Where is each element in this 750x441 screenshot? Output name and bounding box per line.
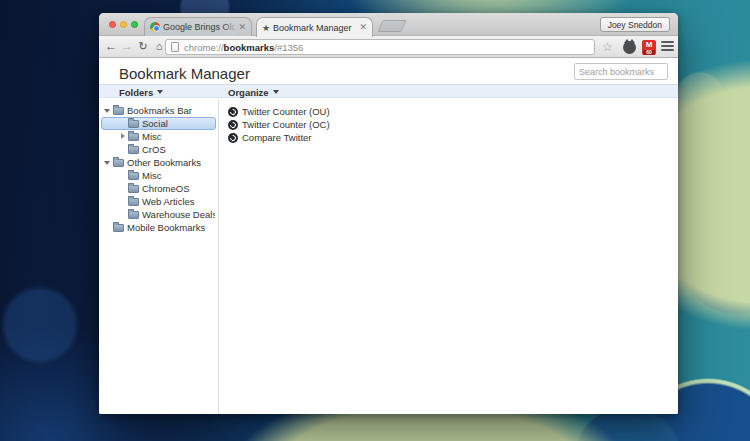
expander-down-icon[interactable] [104,107,111,114]
url-path: /#1356 [274,42,303,53]
folder-icon [128,172,139,180]
list-header-bar: Folders Organize [99,84,678,98]
browser-window: Google Brings Old Bookm ✕ ★ Bookmark Man… [99,13,678,414]
reload-button[interactable]: ↻ [135,38,151,55]
url-host: bookmarks [224,42,275,53]
tree-item-label: Misc [142,131,162,142]
github-extension-icon[interactable] [623,41,636,54]
organize-menu-button[interactable]: Organize [228,86,279,98]
expander-placeholder [119,120,126,127]
tree-item-chromeos[interactable]: ChromeOS [101,182,216,195]
twitter-counter-favicon [228,120,238,130]
folder-icon [113,107,124,115]
tree-item-label: ChromeOS [142,183,190,194]
tab-title: Bookmark Manager [273,23,356,33]
bookmark-title: Compare Twitter [242,132,312,143]
tab-bookmark-manager[interactable]: ★ Bookmark Manager ✕ [256,17,373,37]
chrome-logo-icon [150,22,160,32]
tab-close-icon[interactable]: ✕ [359,23,367,32]
tab-google-brings-old-bookmarks[interactable]: Google Brings Old Bookm ✕ [144,17,252,36]
zoom-window-button[interactable] [131,21,138,28]
folder-tree: Bookmarks Bar Social Misc CrOS [99,99,218,234]
tree-item-label: Web Articles [142,196,195,207]
tree-item-other-bookmarks[interactable]: Other Bookmarks [101,156,216,169]
expander-placeholder [119,172,126,179]
gmail-m-glyph: M [642,41,656,49]
organize-menu-label: Organize [228,87,269,98]
expander-placeholder [119,185,126,192]
expander-down-icon[interactable] [104,159,111,166]
expander-placeholder [119,198,126,205]
gmail-unread-badge: 60 [643,50,655,55]
tree-item-label: Misc [142,170,162,181]
tab-strip: Google Brings Old Bookm ✕ ★ Bookmark Man… [99,13,678,36]
tree-item-label: Bookmarks Bar [127,105,192,116]
minimize-window-button[interactable] [120,21,127,28]
back-button[interactable]: ← [103,38,119,55]
bookmark-star-favicon-icon: ★ [262,23,270,33]
page-title: Bookmark Manager [119,65,250,82]
tree-item-label: Warehouse Deals [142,209,215,220]
close-window-button[interactable] [109,21,116,28]
forward-button[interactable]: → [119,38,135,55]
sidebar-divider [218,99,219,414]
folder-icon [128,120,139,128]
folder-icon [128,211,139,219]
bookmark-item-twitter-counter-ou[interactable]: Twitter Counter (OU) [219,105,678,118]
bookmark-item-twitter-counter-oc[interactable]: Twitter Counter (OC) [219,118,678,131]
folder-icon [128,185,139,193]
expander-placeholder [104,224,111,231]
chrome-menu-button[interactable] [661,41,674,53]
tree-item-cros[interactable]: CrOS [101,143,216,156]
tree-item-mobile-bookmarks[interactable]: Mobile Bookmarks [101,221,216,234]
bookmark-item-compare-twitter[interactable]: Compare Twitter [219,131,678,144]
tree-item-label: Mobile Bookmarks [127,222,205,233]
url-scheme: chrome:// [184,42,224,53]
expander-placeholder [119,146,126,153]
page-icon [171,42,179,52]
tree-item-warehouse-deals[interactable]: Warehouse Deals [101,208,216,221]
tree-item-web-articles[interactable]: Web Articles [101,195,216,208]
tree-item-misc-bar[interactable]: Misc [101,130,216,143]
gmail-extension-icon[interactable]: M 60 [642,40,656,55]
tree-item-bookmarks-bar[interactable]: Bookmarks Bar [101,104,216,117]
tab-close-icon[interactable]: ✕ [238,23,246,32]
folder-icon [128,146,139,154]
bookmark-this-page-star-icon[interactable]: ☆ [602,39,613,55]
folder-icon [128,133,139,141]
tree-item-label: Other Bookmarks [127,157,201,168]
address-bar[interactable]: chrome://bookmarks/#1356 [165,39,595,55]
new-tab-button[interactable] [377,20,406,32]
tree-item-label: CrOS [142,144,166,155]
bookmark-title: Twitter Counter (OU) [242,106,330,117]
chevron-down-icon [273,90,279,94]
search-input[interactable] [574,63,668,80]
twitter-counter-favicon [228,107,238,117]
folders-menu-label: Folders [119,87,153,98]
chevron-down-icon [157,90,163,94]
profile-name: Joey Sneddon [608,20,662,30]
bookmark-list: Twitter Counter (OU) Twitter Counter (OC… [219,99,678,144]
tree-item-label: Social [142,118,168,129]
bookmark-title: Twitter Counter (OC) [242,119,330,130]
tree-item-misc-other[interactable]: Misc [101,169,216,182]
expander-right-icon[interactable] [119,133,126,140]
tab-title-fade [223,21,237,35]
twitter-counter-favicon [228,133,238,143]
expander-placeholder [119,211,126,218]
folders-menu-button[interactable]: Folders [119,86,163,98]
browser-toolbar: ← → ↻ ⌂ chrome://bookmarks/#1356 ☆ M 60 [99,36,678,58]
tree-item-social-selected[interactable]: Social [101,117,216,130]
profile-button[interactable]: Joey Sneddon [600,17,670,32]
desktop-wallpaper: Google Brings Old Bookm ✕ ★ Bookmark Man… [0,0,750,441]
bookmark-manager-page: Bookmark Manager Folders Organize Bo [99,58,678,414]
folder-icon [113,224,124,232]
folder-icon [128,198,139,206]
folder-icon [113,159,124,167]
